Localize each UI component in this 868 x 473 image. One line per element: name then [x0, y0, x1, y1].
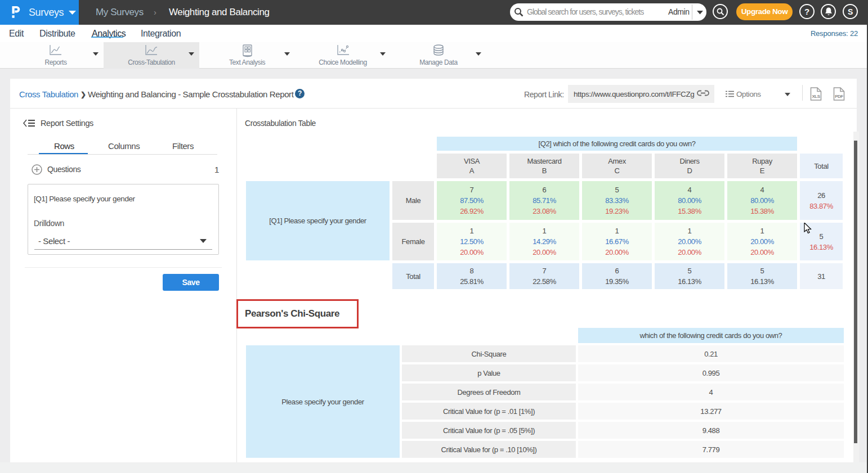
svg-text:PDF: PDF [835, 94, 843, 99]
svg-text:XLS: XLS [812, 94, 820, 99]
